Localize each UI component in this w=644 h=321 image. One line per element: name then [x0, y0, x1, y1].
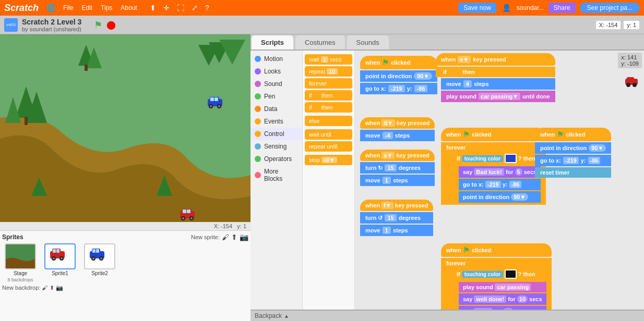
project-meta: Scratch 2 Level 3 by soundart (unshared)	[22, 18, 81, 32]
reset-timer-block[interactable]: reset timer	[535, 167, 611, 178]
svg-rect-32	[53, 249, 56, 253]
if-touching-color-block-6[interactable]: if touching color ■ ? then	[452, 152, 541, 165]
save-now-button[interactable]: Save now	[458, 3, 496, 13]
category-events[interactable]: Events	[251, 115, 302, 128]
category-sound[interactable]: Sound	[251, 78, 302, 90]
tab-sounds[interactable]: Sounds	[347, 35, 389, 50]
repeat-block[interactable]: repeat 10	[305, 66, 352, 77]
tab-costumes[interactable]: Costumes	[295, 35, 345, 50]
move-4-block[interactable]: move 4 steps	[441, 78, 555, 90]
tips-menu[interactable]: Tips	[101, 4, 112, 11]
categories-panel: Motion Looks Sound Pen Data	[251, 51, 303, 310]
file-menu[interactable]: File	[63, 4, 73, 11]
tab-scripts[interactable]: Scripts	[252, 35, 293, 50]
point-direction-block-1[interactable]: point in direction 90▼	[360, 70, 437, 82]
move-1-block-5[interactable]: move 1 steps	[360, 225, 433, 236]
when-d-key-hat[interactable]: when d▼ key pressed	[360, 117, 435, 129]
if-then-block[interactable]: if then	[305, 90, 352, 101]
category-looks[interactable]: Looks	[251, 65, 302, 78]
if-then-block-2[interactable]: if then	[436, 67, 555, 77]
editor-area: Scripts Costumes Sounds Motion Looks Sou…	[251, 34, 644, 321]
upload-sprite-icon[interactable]: ⬆	[231, 233, 237, 241]
svg-point-26	[218, 105, 220, 107]
if-else-block[interactable]: if then	[305, 102, 352, 113]
help-icon[interactable]: ?	[205, 4, 209, 12]
blocks-palette: wait 1 secs repeat 10 forever if then if…	[303, 51, 355, 310]
when-e-key-hat[interactable]: when e▼ key pressed	[436, 53, 555, 66]
wait-until-block[interactable]: wait until	[305, 129, 352, 140]
point-direction-block-6[interactable]: point in direction 90▼	[459, 191, 541, 203]
canvas-x-coord: x: 141	[621, 54, 639, 60]
forever-c-block-7[interactable]: forever if touching color ■ ? then play …	[441, 258, 552, 310]
sprite2-item[interactable]: Sprite2	[81, 243, 118, 282]
forever-block[interactable]: forever	[305, 78, 352, 89]
category-motion[interactable]: Motion	[251, 53, 302, 65]
say-well-done-block[interactable]: say well done! for 10 secs	[459, 293, 546, 305]
when-flag-hat-8[interactable]: when ⚑ clicked	[535, 128, 611, 141]
when-flag-hat-7[interactable]: when ⚑ clicked	[441, 243, 552, 257]
paint-backdrop-icon[interactable]: 🖌	[42, 285, 47, 291]
turn-cw-15-block[interactable]: turn ↻ 15 degrees	[360, 162, 435, 174]
else-block[interactable]: else	[305, 116, 352, 126]
green-flag-button[interactable]: ⚑	[94, 19, 102, 31]
paint-sprite-icon[interactable]: 🖌	[222, 233, 229, 241]
share-button[interactable]: Share	[548, 3, 576, 13]
stage-sprite-item[interactable]: Stage 8 backdrops	[2, 243, 39, 282]
upload-icon[interactable]: ⬆	[150, 4, 156, 12]
about-menu[interactable]: About	[121, 4, 137, 11]
camera-sprite-icon[interactable]: 📷	[240, 233, 248, 241]
globe-icon[interactable]: 🌐	[46, 4, 55, 12]
scripts-canvas[interactable]: when ⚑ clicked point in direction 90▼ go…	[355, 51, 644, 310]
upload-backdrop-icon[interactable]: ⬆	[50, 285, 54, 291]
see-project-button[interactable]: See project pa...	[580, 3, 640, 13]
play-sound-block-2[interactable]: play sound car passing▼ until done	[441, 91, 555, 102]
when-f-key-hat[interactable]: when f▼ key pressed	[360, 200, 433, 211]
move-1-block-4[interactable]: move 1 steps	[360, 175, 435, 186]
script-group-3: when d▼ key pressed move -4 steps	[360, 117, 435, 141]
svg-point-16	[182, 217, 184, 219]
sensing-label: Sensing	[264, 143, 287, 150]
category-pen[interactable]: Pen	[251, 90, 302, 103]
play-sound-block-7[interactable]: play sound car passing	[459, 282, 546, 292]
turn-ccw-15-block[interactable]: turn ↺ 15 degrees	[360, 212, 433, 224]
category-sensing[interactable]: Sensing	[251, 140, 302, 153]
category-operators[interactable]: Operators	[251, 153, 302, 165]
say-timer-block[interactable]: say timer for 10 secs	[459, 306, 546, 310]
when-clicked-hat-1[interactable]: when ⚑ clicked	[360, 56, 437, 69]
sprite1-item[interactable]: Sprite1	[42, 243, 78, 282]
stage-thumb	[5, 243, 36, 269]
more-blocks-label: More Blocks	[264, 168, 298, 182]
stage-canvas[interactable]	[0, 34, 251, 222]
go-to-xy-block-1[interactable]: go to x: -219 y: -86	[360, 83, 437, 94]
forever-c-block-6[interactable]: forever if touching color ■ ? then say B…	[441, 142, 546, 205]
category-data[interactable]: Data	[251, 103, 302, 115]
stop-block[interactable]: stop all▼	[305, 155, 352, 165]
sprite2-canvas-icon	[625, 77, 642, 93]
repeat-until-block[interactable]: repeat until	[305, 141, 352, 152]
go-to-xy-block-6[interactable]: go to x: -219 y: -86	[459, 179, 541, 190]
category-more-blocks[interactable]: More Blocks	[251, 165, 302, 185]
backpack-bar[interactable]: Backpack ▲	[251, 310, 644, 321]
edit-menu[interactable]: Edit	[81, 4, 92, 11]
camera-backdrop-icon[interactable]: 📷	[56, 285, 63, 291]
fullscreen-icon[interactable]: ⛶	[177, 4, 184, 12]
move-neg4-block[interactable]: move -4 steps	[360, 130, 435, 141]
svg-point-49	[633, 83, 637, 87]
wait-block[interactable]: wait 1 secs	[305, 54, 352, 65]
copy-icon[interactable]: ✛	[163, 4, 170, 12]
when-s-key-hat[interactable]: when s▼ key pressed	[360, 150, 435, 161]
if-touching-color-block-7[interactable]: if touching color ■ ? then	[452, 267, 546, 281]
point-direction-block-8[interactable]: point in direction 90▼	[535, 142, 611, 154]
svg-rect-4	[25, 117, 28, 125]
script-group-8: when ⚑ clicked point in direction 90▼ go…	[535, 128, 611, 178]
script-group-2: when e▼ key pressed if then move 4 steps…	[436, 53, 555, 102]
category-control[interactable]: Control	[251, 128, 302, 140]
go-to-xy-block-8[interactable]: go to x: -219 y: -86	[535, 155, 611, 166]
stop-button[interactable]: ⬤	[106, 20, 116, 30]
when-flag-hat-6[interactable]: when ⚑ clicked	[441, 128, 546, 141]
say-bad-luck-block[interactable]: say Bad luck! for 5 secs	[459, 166, 541, 178]
motion-dot	[255, 56, 261, 62]
stage-backdrops-count: 8 backdrops	[7, 277, 33, 282]
resize-icon[interactable]: ⤢	[192, 4, 198, 12]
sprite1-name: Sprite1	[52, 270, 68, 276]
